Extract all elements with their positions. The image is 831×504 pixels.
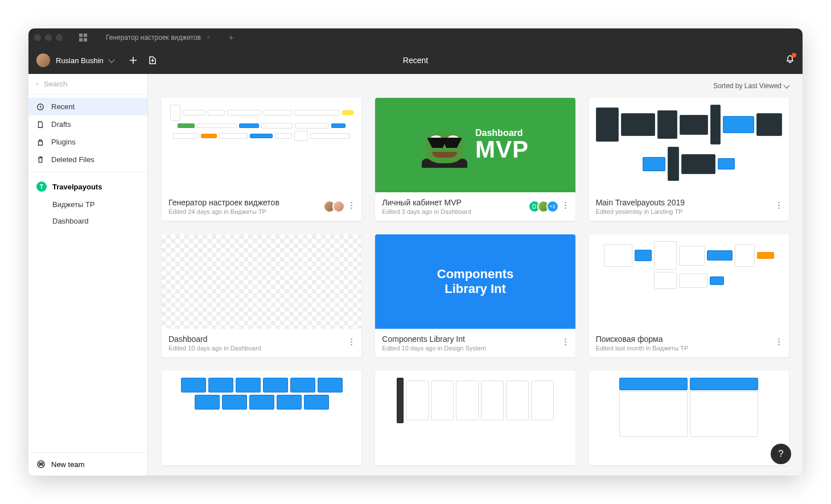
file-title: Components Library Int	[382, 334, 562, 344]
file-thumbnail	[589, 371, 789, 465]
file-card[interactable]: Main Travelpayouts 2019 Edited yesterday…	[589, 98, 789, 221]
trash-icon	[36, 156, 44, 164]
file-title: Личный кабинет MVP	[382, 198, 528, 207]
help-button[interactable]: ?	[771, 444, 791, 464]
svg-point-28	[778, 341, 780, 343]
chevron-down-icon	[783, 82, 789, 88]
file-thumbnail	[162, 98, 361, 192]
file-card[interactable]: Dashboard MVP Личный кабинет MVP Edited …	[375, 98, 575, 221]
file-menu-button[interactable]	[776, 199, 782, 214]
user-avatar	[36, 53, 50, 67]
svg-point-19	[778, 205, 780, 206]
new-team-button[interactable]: New team	[28, 452, 147, 476]
file-menu-button[interactable]	[348, 336, 355, 350]
new-tab-button[interactable]: +	[223, 33, 239, 42]
file-grid: Генератор настроек виджетов Edited 24 da…	[162, 98, 789, 465]
sidebar-item-label: Plugins	[51, 138, 76, 146]
file-subtitle: Edited 10 days ago in Dashboard	[168, 345, 348, 352]
thumb-text-1: Components	[437, 267, 513, 282]
sidebar-item-label: Recent	[51, 102, 75, 111]
file-card[interactable]: Генератор настроек виджетов Edited 24 da…	[162, 98, 361, 221]
file-card[interactable]: Dashboard Edited 10 days ago in Dashboar…	[162, 234, 361, 357]
chevron-down-icon	[108, 56, 114, 63]
user-menu[interactable]: Ruslan Bushin	[36, 53, 114, 67]
sidebar-item-label: Drafts	[51, 120, 71, 129]
close-tab-icon[interactable]: ×	[207, 34, 211, 42]
file-thumbnail	[589, 98, 789, 192]
help-icon: ?	[779, 449, 784, 459]
page-title: Recent	[403, 56, 428, 65]
grid-icon	[79, 33, 88, 42]
file-title: Dashboard	[168, 334, 348, 344]
sidebar-item-deleted[interactable]: Deleted Files	[28, 151, 147, 168]
file-menu-button[interactable]	[562, 199, 569, 214]
sidebar-item-label: Deleted Files	[51, 155, 94, 164]
svg-rect-0	[79, 34, 83, 37]
file-subtitle: Edited yesterday in Landing TP	[596, 208, 776, 215]
file-subtitle: Edited 10 days ago in Design System	[382, 345, 562, 352]
minimize-window-button[interactable]	[45, 34, 52, 41]
file-title: Main Travelpayouts 2019	[596, 198, 776, 207]
toolbar: Ruslan Bushin Recent	[28, 47, 803, 74]
new-file-button[interactable]	[129, 56, 138, 65]
file-card[interactable]: Поисковая форма Edited last month in Вид…	[589, 234, 789, 357]
file-card[interactable]: Components Library Int Components Librar…	[375, 234, 575, 357]
svg-point-24	[565, 338, 566, 340]
clock-icon	[36, 103, 44, 111]
svg-point-21	[351, 338, 353, 340]
import-button[interactable]	[148, 56, 157, 65]
svg-rect-2	[79, 38, 83, 42]
team-icon	[36, 460, 46, 469]
file-thumbnail	[375, 371, 575, 465]
pepe-illustration	[422, 122, 467, 168]
tab-title: Генератор настроек виджетов	[106, 34, 201, 42]
home-button[interactable]	[73, 30, 93, 46]
new-team-label: New team	[51, 460, 85, 469]
file-title: Поисковая форма	[596, 334, 776, 344]
file-card[interactable]	[589, 371, 789, 465]
sidebar-item-drafts[interactable]: Drafts	[28, 115, 147, 133]
svg-point-12	[351, 202, 353, 204]
sidebar-item-recent[interactable]: Recent	[28, 98, 147, 115]
sidebar-item-plugins[interactable]: Plugins	[28, 133, 147, 151]
file-menu-button[interactable]	[562, 336, 569, 350]
tab-file[interactable]: Генератор настроек виджетов ×	[98, 28, 219, 47]
import-icon	[148, 56, 157, 65]
svg-point-25	[565, 341, 566, 343]
maximize-window-button[interactable]	[56, 34, 63, 41]
search-icon	[36, 80, 38, 88]
search-input[interactable]	[44, 80, 139, 88]
user-name: Ruslan Bushin	[56, 56, 104, 65]
file-card[interactable]	[375, 371, 575, 465]
team-name: Travelpayouts	[52, 183, 102, 191]
window-controls	[34, 34, 63, 41]
svg-point-13	[351, 205, 353, 206]
file-icon	[36, 121, 44, 129]
file-menu-button[interactable]	[348, 199, 355, 214]
svg-rect-3	[84, 38, 87, 42]
sort-menu[interactable]: Sorted by Last Viewed	[162, 74, 789, 98]
svg-point-18	[778, 202, 780, 204]
file-menu-button[interactable]	[776, 336, 782, 350]
svg-point-23	[351, 344, 353, 346]
notifications-button[interactable]	[785, 55, 795, 66]
more-icon	[351, 201, 352, 209]
project-item[interactable]: Dashboard	[28, 213, 147, 229]
file-thumbnail	[162, 371, 361, 465]
svg-point-29	[778, 344, 780, 346]
file-card[interactable]	[162, 371, 361, 465]
svg-point-6	[36, 83, 38, 84]
plugin-icon	[36, 138, 44, 146]
notification-indicator	[792, 53, 796, 57]
search-bar	[28, 74, 147, 94]
thumb-text-2: MVP	[475, 138, 529, 162]
thumb-text-2: Library Int	[445, 282, 506, 296]
more-icon	[351, 338, 352, 346]
project-item[interactable]: Виджеты TP	[28, 196, 147, 213]
svg-rect-1	[84, 34, 87, 37]
team-row[interactable]: T Travelpayouts	[28, 177, 147, 196]
close-window-button[interactable]	[34, 34, 41, 41]
file-thumbnail	[589, 234, 789, 329]
app-window: Генератор настроек виджетов × + Ruslan B…	[28, 28, 803, 476]
more-icon	[565, 201, 566, 209]
